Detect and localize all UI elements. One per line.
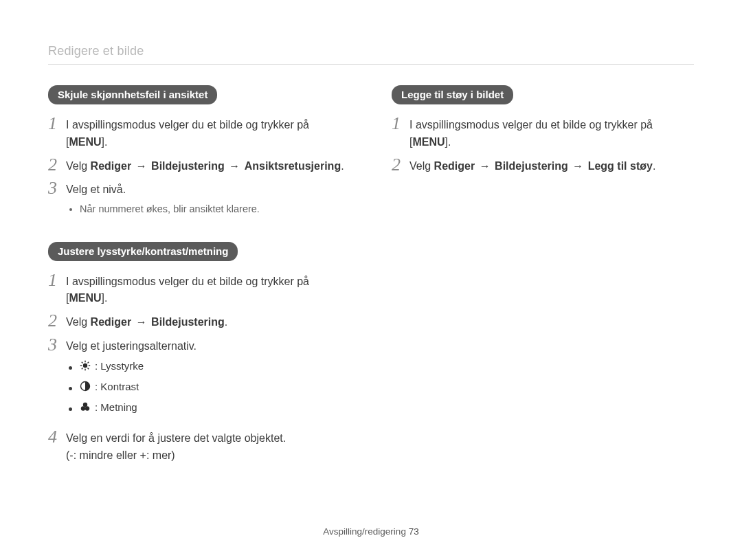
step-number: 3 (48, 179, 66, 199)
arrow-icon: → (571, 160, 585, 172)
right-column: Legge til støy i bildet 1 I avspillingsm… (392, 85, 694, 485)
svg-point-0 (83, 363, 87, 368)
svg-point-10 (83, 403, 87, 407)
text: Velg (66, 160, 91, 172)
step-number: 3 (48, 335, 66, 355)
step-text: Velg Rediger → Bildejustering → Ansiktsr… (66, 155, 344, 175)
arrow-icon: → (227, 160, 241, 172)
text: Velg et nivå. (66, 183, 126, 195)
note-item: Når nummeret økes, blir ansiktet klarere… (80, 201, 260, 216)
step-number: 2 (392, 155, 409, 175)
text: I avspillingsmodus velger du et bilde og… (66, 276, 309, 287)
step-text: Velg et justeringsalternativ. : Lysstyrk… (66, 335, 196, 423)
menu-path: Rediger (91, 316, 132, 328)
text: Velg (66, 316, 91, 328)
arrow-icon: → (135, 160, 148, 172)
steps-list: 1 I avspillingsmodus velger du et bilde … (48, 271, 350, 464)
option-brightness: : Lysstyrke (80, 358, 196, 376)
text: . (341, 160, 344, 172)
section-adjust-brightness: Justere lysstyrke/kontrast/metning 1 I a… (48, 242, 350, 464)
menu-path: Ansiktsretusjering (245, 160, 341, 172)
menu-path: Rediger (91, 160, 132, 172)
brightness-icon (80, 360, 91, 371)
menu-button-label: MENU (69, 292, 101, 304)
menu-button-label: MENU (69, 136, 101, 148)
step-text: Velg en verdi for å justere det valgte o… (66, 427, 286, 464)
step-text: Velg Rediger → Bildejustering → Legg til… (409, 155, 655, 175)
text: . (448, 136, 451, 148)
step-2: 2 Velg Rediger → Bildejustering → Legg t… (392, 155, 694, 175)
step-number: 1 (392, 114, 409, 134)
option-label: : Kontrast (95, 379, 139, 394)
menu-path: Legg til støy (588, 160, 653, 172)
step-3: 3 Velg et nivå. Når nummeret økes, blir … (48, 179, 350, 221)
step-number: 4 (48, 427, 66, 447)
content-columns: Skjule skjønnhetsfeil i ansiktet 1 I avs… (48, 85, 694, 485)
step-number: 2 (48, 311, 66, 331)
svg-line-8 (88, 362, 89, 363)
step-text: Velg Rediger → Bildejustering. (66, 311, 227, 331)
section-heading-pill: Skjule skjønnhetsfeil i ansiktet (48, 85, 217, 104)
section-hide-blemishes: Skjule skjønnhetsfeil i ansiktet 1 I avs… (48, 85, 350, 221)
page-number: 73 (409, 526, 419, 537)
step-number: 1 (48, 271, 66, 291)
svg-point-11 (81, 407, 85, 411)
option-contrast: : Kontrast (80, 379, 196, 396)
menu-path: Bildejustering (495, 160, 568, 172)
option-saturation: : Metning (80, 399, 196, 417)
step-4: 4 Velg en verdi for å justere det valgte… (48, 427, 350, 464)
horizontal-rule (48, 64, 694, 65)
option-label: : Lysstyrke (95, 358, 144, 374)
text: I avspillingsmodus velger du et bilde og… (66, 119, 309, 131)
step-1: 1 I avspillingsmodus velger du et bilde … (48, 271, 350, 308)
text: Velg (409, 160, 434, 172)
steps-list: 1 I avspillingsmodus velger du et bilde … (48, 114, 350, 221)
step-1: 1 I avspillingsmodus velger du et bilde … (48, 114, 350, 151)
note-list: Når nummeret økes, blir ansiktet klarere… (80, 201, 260, 216)
step-text: I avspillingsmodus velger du et bilde og… (66, 271, 350, 308)
svg-line-6 (88, 368, 89, 370)
step-text: Velg et nivå. Når nummeret økes, blir an… (66, 179, 260, 221)
text: (-: mindre eller +: mer) (66, 449, 175, 461)
section-add-noise: Legge til støy i bildet 1 I avspillingsm… (392, 85, 694, 175)
step-2: 2 Velg Rediger → Bildejustering. (48, 311, 350, 331)
svg-line-7 (82, 368, 83, 370)
svg-line-5 (82, 362, 83, 363)
text: Velg et justeringsalternativ. (66, 340, 196, 352)
step-text: I avspillingsmodus velger du et bilde og… (66, 114, 350, 151)
menu-path: Bildejustering (151, 160, 225, 172)
step-number: 1 (48, 114, 66, 134)
text: Velg en verdi for å justere det valgte o… (66, 432, 286, 444)
step-3: 3 Velg et justeringsalternativ. : Lys (48, 335, 350, 423)
text: . (225, 316, 227, 328)
text: I avspillingsmodus velger du et bilde og… (409, 119, 653, 131)
svg-point-12 (85, 407, 89, 411)
saturation-icon (80, 401, 91, 412)
section-heading-pill: Legge til støy i bildet (392, 85, 513, 104)
left-column: Skjule skjønnhetsfeil i ansiktet 1 I avs… (48, 85, 350, 485)
text: . (653, 160, 655, 172)
text: . (104, 136, 107, 148)
menu-path: Bildejustering (151, 316, 225, 328)
menu-button-label: MENU (412, 136, 445, 148)
manual-page: Redigere et bilde Skjule skjønnhetsfeil … (0, 0, 742, 560)
contrast-icon (80, 381, 91, 392)
arrow-icon: → (478, 160, 492, 172)
section-heading-pill: Justere lysstyrke/kontrast/metning (48, 242, 238, 261)
arrow-icon: → (135, 316, 148, 328)
step-text: I avspillingsmodus velger du et bilde og… (409, 114, 694, 151)
menu-path: Rediger (434, 160, 475, 172)
icon-option-list: : Lysstyrke : Kontrast (80, 358, 196, 417)
step-2: 2 Velg Rediger → Bildejustering → Ansikt… (48, 155, 350, 175)
steps-list: 1 I avspillingsmodus velger du et bilde … (392, 114, 694, 175)
step-1: 1 I avspillingsmodus velger du et bilde … (392, 114, 694, 151)
page-title: Redigere et bilde (48, 44, 694, 58)
text: . (104, 292, 107, 304)
page-footer: Avspilling/redigering 73 (0, 526, 742, 537)
footer-section-label: Avspilling/redigering (323, 526, 406, 537)
option-label: : Metning (95, 399, 137, 415)
step-number: 2 (48, 155, 66, 175)
